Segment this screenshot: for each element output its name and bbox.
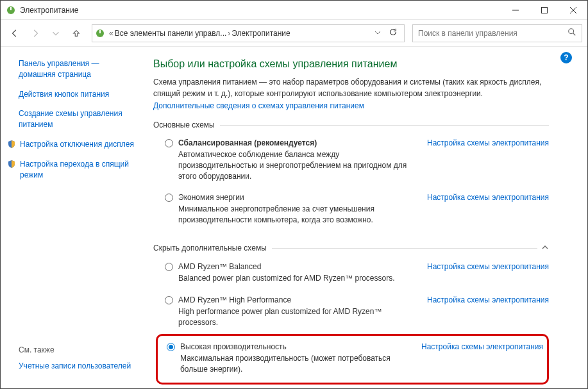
plan-name: AMD Ryzen™ Balanced [178, 262, 419, 271]
window: Электропитание « Все элементы панели упр… [0, 0, 588, 389]
sidebar-item-label: Настройка отключения дисплея [20, 139, 134, 150]
plan-description: Автоматическое соблюдение баланса между … [178, 149, 419, 181]
plan-settings-link[interactable]: Настройка схемы электропитания [427, 295, 549, 304]
radio-button[interactable] [165, 139, 173, 147]
plan-settings-link[interactable]: Настройка схемы электропитания [427, 262, 549, 271]
chevron-right-icon: › [228, 29, 230, 38]
shield-icon [7, 140, 16, 149]
plan-settings-link[interactable]: Настройка схемы электропитания [427, 193, 549, 202]
search-bar [412, 24, 582, 42]
section-header-additional[interactable]: Скрыть дополнительные схемы [153, 244, 549, 253]
svg-line-9 [573, 33, 576, 36]
sidebar-see-also: См. также [19, 345, 134, 354]
section-title: Основные схемы [153, 120, 215, 129]
plan-ryzen-balanced[interactable]: AMD Ryzen™ Balanced Balanced power plan … [153, 258, 549, 292]
breadcrumb-segment[interactable]: Все элементы панели управл... [115, 29, 227, 38]
plan-saver[interactable]: Экономия энергии Минимальное энергопотре… [153, 189, 549, 233]
search-input[interactable] [418, 29, 567, 38]
svg-rect-1 [10, 7, 12, 10]
chevron-up-icon[interactable] [541, 244, 549, 253]
address-dropdown[interactable] [374, 29, 381, 38]
plan-description: Максимальная производительность (может п… [180, 353, 414, 375]
breadcrumb-prefix: « [109, 29, 113, 38]
page-title: Выбор или настройка схемы управления пит… [153, 58, 549, 70]
titlebar: Электропитание [1, 1, 587, 20]
radio-button[interactable] [165, 263, 173, 271]
sidebar-button-actions[interactable]: Действия кнопок питания [19, 89, 134, 100]
svg-point-8 [569, 29, 574, 34]
radio-button[interactable] [165, 194, 173, 202]
plan-settings-link[interactable]: Настройка схемы электропитания [427, 138, 549, 147]
sidebar: Панель управления — домашняя страница Де… [1, 47, 142, 388]
divider [272, 248, 537, 249]
sidebar-home[interactable]: Панель управления — домашняя страница [19, 58, 134, 80]
navbar: « Все элементы панели управл... › Электр… [1, 20, 587, 47]
title-left: Электропитание [6, 5, 78, 15]
page-description: Схема управления питанием — это набор па… [153, 76, 549, 99]
radio-button[interactable] [167, 343, 175, 351]
content: Панель управления — домашняя страница Де… [1, 47, 587, 388]
plan-balanced[interactable]: Сбалансированная (рекомендуется) Автомат… [153, 135, 549, 189]
plan-name: Высокая производительность [180, 342, 414, 351]
up-button[interactable] [67, 24, 85, 42]
minimize-button[interactable] [501, 1, 530, 19]
shield-icon [7, 160, 16, 169]
app-icon [6, 5, 16, 15]
svg-rect-7 [99, 30, 101, 33]
plan-settings-link[interactable]: Настройка схемы электропитания [421, 342, 543, 351]
plan-name: AMD Ryzen™ High Performance [178, 295, 419, 304]
plan-description: High performance power plan customized f… [178, 306, 419, 328]
address-bar[interactable]: « Все элементы панели управл... › Электр… [92, 24, 405, 42]
highlight-box: Высокая производительность Максимальная … [156, 334, 549, 385]
radio-button[interactable] [165, 296, 173, 304]
back-button[interactable] [6, 24, 24, 42]
main-panel: ? Выбор или настройка схемы управления п… [142, 47, 587, 388]
breadcrumb-segment[interactable]: Электропитание [231, 29, 290, 38]
sidebar-accounts[interactable]: Учетные записи пользователей [19, 361, 134, 372]
window-controls [501, 1, 587, 19]
sidebar-create-plan[interactable]: Создание схемы управления питанием [19, 108, 134, 130]
recent-dropdown[interactable] [47, 24, 65, 42]
sidebar-display-off[interactable]: Настройка отключения дисплея [7, 139, 134, 150]
help-icon[interactable]: ? [560, 52, 572, 63]
maximize-button[interactable] [530, 1, 559, 19]
close-button[interactable] [559, 1, 587, 19]
forward-button[interactable] [26, 24, 44, 42]
section-title: Скрыть дополнительные схемы [153, 244, 267, 252]
plan-high-performance[interactable]: Высокая производительность Максимальная … [167, 338, 543, 377]
sidebar-item-label: Настройка перехода в спящий режим [20, 159, 134, 181]
learn-more-link[interactable]: Дополнительные сведения о схемах управле… [153, 101, 364, 110]
divider [220, 125, 549, 126]
plan-name: Экономия энергии [178, 193, 419, 202]
plan-name: Сбалансированная (рекомендуется) [178, 138, 419, 147]
refresh-button[interactable] [385, 28, 401, 38]
plan-ryzen-high[interactable]: AMD Ryzen™ High Performance High perform… [153, 292, 549, 336]
power-icon [95, 28, 105, 38]
search-icon[interactable] [567, 28, 576, 38]
plan-description: Balanced power plan customized for AMD R… [178, 273, 419, 284]
section-header-basic: Основные схемы [153, 120, 549, 129]
window-title: Электропитание [20, 6, 78, 15]
sidebar-sleep[interactable]: Настройка перехода в спящий режим [7, 159, 134, 181]
svg-rect-3 [541, 7, 547, 13]
plan-description: Минимальное энергопотребление за счет ум… [178, 204, 419, 226]
